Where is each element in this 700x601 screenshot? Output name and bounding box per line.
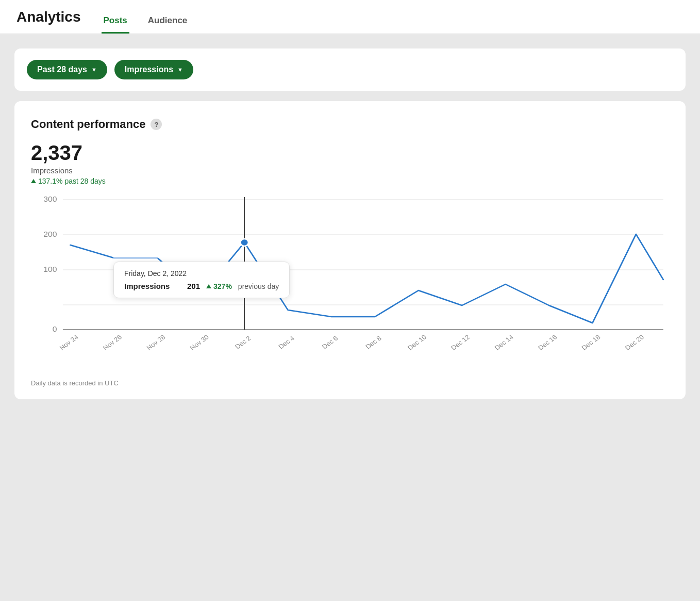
card-title-row: Content performance ? — [31, 118, 669, 131]
svg-text:Dec 16: Dec 16 — [536, 333, 558, 351]
up-arrow-icon — [31, 179, 36, 183]
tooltip-date: Friday, Dec 2, 2022 — [124, 269, 279, 278]
change-pct: 137.1% — [38, 177, 62, 185]
tooltip-metric-label: Impressions — [124, 282, 181, 290]
help-icon[interactable]: ? — [151, 119, 162, 130]
chart-area: 300 200 100 0 Nov 24 Nov 26 Nov 28 Nov 3… — [31, 194, 669, 370]
svg-text:Dec 10: Dec 10 — [406, 333, 428, 351]
svg-text:Dec 8: Dec 8 — [364, 334, 383, 350]
metric-label-text: Impressions — [31, 166, 669, 175]
page-title: Analytics — [16, 9, 81, 34]
svg-text:Nov 24: Nov 24 — [58, 333, 80, 351]
svg-text:Nov 26: Nov 26 — [101, 333, 123, 351]
chart-tooltip: Friday, Dec 2, 2022 Impressions 201 327%… — [113, 262, 290, 298]
svg-text:100: 100 — [43, 266, 57, 273]
metric-filter[interactable]: Impressions ▼ — [114, 60, 193, 79]
tooltip-change: 327% — [206, 282, 232, 290]
metric-value: 2,337 — [31, 141, 669, 164]
main-content: Past 28 days ▼ Impressions ▼ Content per… — [0, 34, 700, 414]
tooltip-row: Impressions 201 327% previous day — [124, 282, 279, 290]
footer-note: Daily data is recorded in UTC — [31, 379, 669, 387]
card-title: Content performance — [31, 118, 145, 131]
svg-text:0: 0 — [53, 326, 57, 333]
svg-point-24 — [240, 239, 248, 246]
metric-arrow: ▼ — [177, 67, 183, 73]
page-header: Analytics Posts Audience — [0, 0, 700, 34]
svg-text:Dec 4: Dec 4 — [277, 334, 296, 350]
svg-text:Dec 6: Dec 6 — [320, 334, 339, 350]
metric-change: 137.1% past 28 days — [31, 177, 669, 185]
svg-text:Dec 14: Dec 14 — [493, 333, 515, 351]
date-range-label: Past 28 days — [37, 65, 87, 74]
filter-card: Past 28 days ▼ Impressions ▼ — [14, 48, 686, 91]
svg-text:200: 200 — [43, 231, 57, 238]
tab-posts[interactable]: Posts — [102, 8, 129, 34]
performance-card: Content performance ? 2,337 Impressions … — [14, 101, 686, 399]
tooltip-up-icon — [206, 284, 211, 288]
date-range-filter[interactable]: Past 28 days ▼ — [27, 60, 107, 79]
tooltip-value: 201 — [187, 282, 200, 290]
metric-label: Impressions — [125, 65, 173, 74]
svg-text:Dec 18: Dec 18 — [580, 333, 602, 351]
change-period: past 28 days — [64, 177, 105, 185]
svg-text:Dec 12: Dec 12 — [449, 333, 472, 351]
svg-text:Dec 20: Dec 20 — [623, 333, 645, 351]
date-range-arrow: ▼ — [91, 67, 97, 73]
tooltip-prev-label: previous day — [238, 282, 279, 290]
svg-text:Nov 30: Nov 30 — [188, 333, 210, 351]
svg-text:Nov 28: Nov 28 — [145, 333, 167, 351]
tooltip-change-pct: 327% — [213, 282, 232, 290]
svg-text:300: 300 — [43, 196, 57, 203]
svg-text:Dec 2: Dec 2 — [234, 334, 253, 350]
tab-audience[interactable]: Audience — [146, 8, 190, 34]
